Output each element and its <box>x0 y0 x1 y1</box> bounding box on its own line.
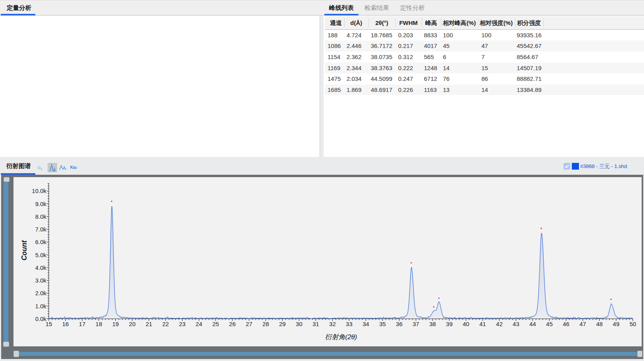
svg-text:27: 27 <box>246 321 253 327</box>
svg-text:46: 46 <box>563 321 569 327</box>
svg-text:衍射角(2θ): 衍射角(2θ) <box>325 333 357 341</box>
svg-text:1.0k: 1.0k <box>35 303 47 309</box>
svg-text:20: 20 <box>129 321 136 327</box>
svg-text:4.0k: 4.0k <box>35 264 47 271</box>
svg-text:18: 18 <box>96 321 102 327</box>
svg-text:7.0k: 7.0k <box>35 226 47 233</box>
svg-text:22: 22 <box>162 321 169 327</box>
svg-text:40: 40 <box>463 321 470 327</box>
svg-text:6.0k: 6.0k <box>35 239 47 245</box>
svg-text:10.0k: 10.0k <box>32 187 46 194</box>
svg-text:15: 15 <box>46 321 52 327</box>
svg-text:17: 17 <box>79 321 86 327</box>
svg-text:5.0k: 5.0k <box>35 252 47 258</box>
svg-text:45: 45 <box>546 321 553 327</box>
svg-text:39: 39 <box>446 321 453 327</box>
svg-text:19: 19 <box>112 321 119 327</box>
svg-text:30: 30 <box>296 321 303 327</box>
svg-text:43: 43 <box>513 321 519 327</box>
svg-text:0.0k: 0.0k <box>35 315 47 322</box>
svg-text:35: 35 <box>379 321 386 327</box>
svg-text:21: 21 <box>146 321 152 327</box>
svg-text:34: 34 <box>362 321 369 327</box>
svg-text:3.0k: 3.0k <box>35 277 47 284</box>
svg-text:49: 49 <box>613 321 619 327</box>
svg-text:9.0k: 9.0k <box>35 201 47 207</box>
svg-text:2.0k: 2.0k <box>35 290 47 296</box>
svg-text:41: 41 <box>479 321 486 327</box>
svg-text:36: 36 <box>396 321 402 327</box>
svg-text:26: 26 <box>229 321 236 327</box>
svg-text:25: 25 <box>212 321 219 327</box>
svg-text:50: 50 <box>629 321 636 327</box>
svg-text:48: 48 <box>596 321 603 327</box>
svg-text:28: 28 <box>263 321 269 327</box>
svg-text:47: 47 <box>579 321 586 327</box>
svg-text:38: 38 <box>429 321 436 327</box>
svg-text:44: 44 <box>529 321 536 327</box>
svg-text:31: 31 <box>312 321 319 327</box>
svg-text:29: 29 <box>279 321 286 327</box>
svg-text:24: 24 <box>196 321 202 327</box>
svg-text:37: 37 <box>412 321 419 327</box>
svg-text:16: 16 <box>62 321 69 327</box>
svg-text:33: 33 <box>346 321 353 327</box>
svg-text:Count: Count <box>20 240 28 261</box>
svg-text:32: 32 <box>329 321 336 327</box>
svg-text:8.0k: 8.0k <box>35 213 47 220</box>
svg-text:42: 42 <box>496 321 503 327</box>
svg-text:23: 23 <box>179 321 186 327</box>
